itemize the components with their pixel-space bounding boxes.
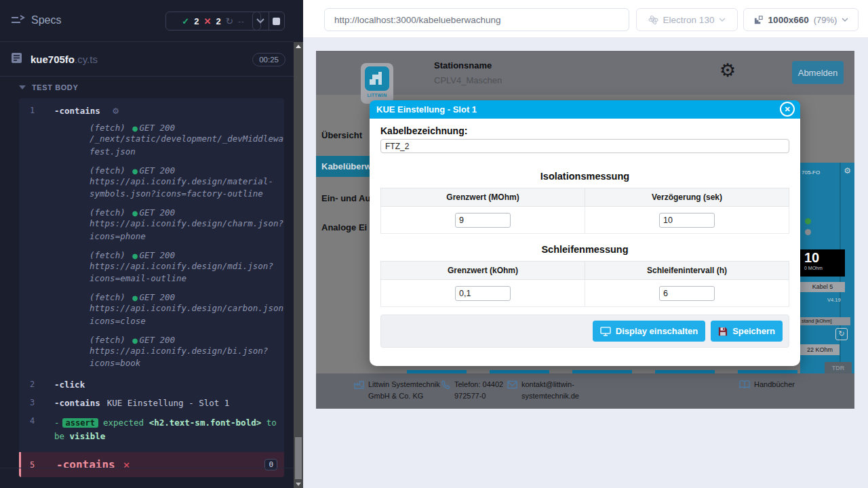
browser-selector[interactable]: Electron 130	[636, 8, 738, 31]
cypress-reporter: Specs ✓ 2 ✕ 2 ↻ -- kue705fo.cy.ts 00:25 …	[0, 0, 303, 488]
command-log: 1 -contains ⚙ (fetch)●GET 200 /_next/sta…	[19, 98, 284, 477]
footer-handbooks[interactable]: Handbücher	[739, 379, 814, 392]
spec-row[interactable]: kue705fo.cy.ts 00:25	[0, 43, 294, 77]
failed-count: 2	[216, 16, 220, 26]
spec-duration-badge: 00:25	[252, 53, 285, 66]
littwin-logo-icon	[365, 66, 389, 91]
assert-badge: assert	[62, 418, 98, 428]
grenzwert-kohm-input[interactable]	[455, 286, 511, 301]
modal-header: KUE Einstellung - Slot 1 ✕	[370, 100, 800, 119]
slot-gear-icon[interactable]: ⚙	[844, 166, 851, 176]
firmware-version: V4.19	[827, 297, 841, 303]
collapse-chevron-icon[interactable]	[253, 12, 269, 30]
fetch-url: https://api.iconify.design/bi.json?icons…	[90, 345, 284, 371]
chevron-down-icon	[719, 18, 726, 22]
scroll-down-icon[interactable]	[296, 483, 301, 486]
status-dot-icon: ●	[132, 294, 138, 302]
fetch-log[interactable]: (fetch)●GET 200 https://api.iconify.desi…	[90, 207, 284, 243]
fetch-log[interactable]: (fetch)●GET 200 https://api.iconify.desi…	[90, 335, 284, 371]
stop-button[interactable]	[269, 12, 285, 30]
monitor-icon	[600, 327, 611, 336]
factory-icon	[354, 380, 364, 402]
resistance-value: 22 KOhm	[800, 344, 840, 355]
isolationsmessung-table: Grenzwert (MOhm) Verzögerung (sek)	[380, 188, 789, 234]
fetch-label: (fetch)	[90, 207, 125, 218]
passed-icon: ✓	[182, 16, 189, 26]
display-einschalten-button[interactable]: Display einschalten	[593, 321, 705, 342]
kabelbezeichnung-label: Kabelbezeichnung:	[380, 125, 789, 136]
fetch-label: (fetch)	[90, 250, 125, 260]
fetch-log[interactable]: (fetch)●GET 200 /_next/static/developmen…	[90, 123, 284, 159]
command-content: -contains ⚙ (fetch)●GET 200 /_next/stati…	[54, 106, 284, 371]
failed-command-row[interactable]: 5 -contains ✕ 0	[19, 452, 284, 477]
command-argument: KUE Einstellung - Slot 1	[107, 398, 230, 408]
pending-count: --	[238, 17, 244, 25]
resistance-label: stand [kOhm]	[800, 317, 850, 325]
test-body-label: TEST BODY	[32, 83, 78, 92]
assert-expected: expected	[103, 418, 144, 428]
fetch-log[interactable]: (fetch)●GET 200 https://api.iconify.desi…	[90, 250, 284, 286]
command-row[interactable]: 3 -containsKUE Einstellung - Slot 1	[19, 393, 284, 411]
fetch-status: GET 200	[139, 123, 175, 133]
stop-icon	[273, 18, 280, 25]
kabel-label: Kabel 5	[800, 282, 845, 292]
aut-pane: http://localhost:3000/kabelueberwachung …	[303, 0, 868, 488]
fetch-label: (fetch)	[90, 165, 125, 176]
schleifenintervall-input[interactable]	[659, 286, 715, 301]
column-header: Grenzwert (kOhm)	[381, 262, 585, 280]
url-bar[interactable]: http://localhost:3000/kabelueberwachung	[324, 8, 629, 31]
tdr-button[interactable]: TDR	[825, 362, 852, 374]
save-floppy-icon	[718, 327, 728, 336]
email-icon	[507, 380, 517, 402]
isolationsmessung-title: Isolationsmessung	[380, 171, 789, 182]
fetch-log[interactable]: (fetch)●GET 200 https://api.iconify.desi…	[90, 165, 284, 201]
slot-card-title: 705-FO	[802, 169, 820, 176]
grenzwert-mohm-input[interactable]	[455, 213, 511, 228]
scroll-up-icon[interactable]	[296, 45, 301, 48]
status-dot-icon: ●	[132, 209, 138, 217]
littwin-logo: LITTWIN	[361, 63, 393, 104]
assert-visible: visible	[70, 431, 106, 441]
kabelbezeichnung-input[interactable]	[380, 139, 789, 153]
fetch-url: /_next/static/development/_devMiddleware…	[90, 133, 284, 159]
spec-extension: .cy.ts	[75, 54, 98, 65]
book-icon	[739, 380, 750, 392]
specs-title[interactable]: Specs	[31, 14, 61, 26]
status-dot-icon: ●	[132, 252, 138, 260]
fetch-label: (fetch)	[90, 292, 125, 302]
browser-name: Electron 130	[663, 15, 715, 25]
scrollbar-thumb[interactable]	[295, 437, 302, 479]
electron-icon	[648, 15, 658, 25]
url-text: http://localhost:3000/kabelueberwachung	[334, 15, 500, 25]
phone-icon	[441, 380, 450, 402]
status-led-gray	[805, 229, 811, 235]
refresh-icon[interactable]: ↻	[835, 328, 848, 340]
app-footer: Littwin Systemtechnik GmbH & Co. KG Tele…	[316, 373, 854, 409]
test-body-toggle[interactable]: TEST BODY	[19, 83, 78, 92]
fetch-status: GET 200	[139, 250, 175, 260]
specs-menu-icon[interactable]	[11, 15, 26, 28]
schleifenmessung-table: Grenzwert (kOhm) Schleifenintervall (h)	[380, 261, 789, 307]
viewport-selector[interactable]: 1000x660 (79%)	[743, 8, 859, 31]
run-stats: ✓ 2 ✕ 2 ↻ --	[165, 12, 261, 30]
slot-card-partial: 705-FO ⚙ 10 0 MOhm Kabel 5 V4.19 stand […	[800, 163, 854, 374]
fetch-url: https://api.iconify.design/charm.json?ic…	[90, 218, 284, 243]
close-icon[interactable]: ✕	[780, 102, 795, 117]
settings-gear-icon[interactable]: ⚙	[719, 60, 736, 81]
logout-button[interactable]: Abmelden	[792, 61, 844, 84]
speichern-button[interactable]: Speichern	[711, 321, 783, 342]
command-name: -click	[54, 380, 85, 390]
verzoegerung-sek-input[interactable]	[659, 213, 715, 228]
command-number: 3	[19, 398, 54, 408]
command-row[interactable]: 1 -contains ⚙ (fetch)●GET 200 /_next/sta…	[19, 101, 284, 375]
assert-row[interactable]: 4 -assertexpected <h2.text-sm.font-bold>…	[19, 411, 284, 447]
command-row[interactable]: 2 -click	[19, 375, 284, 393]
fetch-log[interactable]: (fetch)●GET 200 https://api.iconify.desi…	[90, 292, 284, 328]
assert-dash: -	[54, 418, 60, 428]
command-name: -contains	[56, 458, 115, 471]
modal-body: Kabelbezeichnung: Isolationsmessung Gren…	[370, 119, 800, 307]
footer-email: kontakt@littwin-systemtechnik.de	[507, 379, 601, 402]
schleifenmessung-title: Schleifenmessung	[380, 244, 789, 255]
reporter-scrollbar[interactable]	[294, 42, 303, 488]
modal-title: KUE Einstellung - Slot 1	[376, 104, 477, 115]
